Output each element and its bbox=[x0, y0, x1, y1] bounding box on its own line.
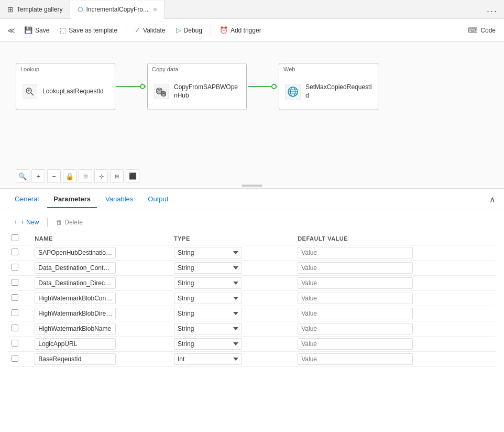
table-row: String Int Bool Array Object bbox=[8, 352, 496, 367]
tab-general[interactable]: General bbox=[8, 191, 45, 208]
row-value-4 bbox=[294, 306, 496, 321]
value-input-6[interactable] bbox=[298, 338, 413, 350]
delete-parameter-button[interactable]: 🗑 Delete bbox=[52, 217, 87, 228]
new-parameter-button[interactable]: ＋ + New bbox=[8, 215, 43, 229]
row-name-4 bbox=[31, 306, 171, 321]
lookup-icon bbox=[21, 83, 38, 100]
zoom-out-button[interactable]: − bbox=[47, 169, 61, 183]
value-input-3[interactable] bbox=[298, 293, 413, 304]
row-checkbox-1[interactable] bbox=[12, 264, 18, 271]
row-name-7 bbox=[31, 352, 171, 367]
parameters-table: NAME TYPE DEFAULT VALUE bbox=[8, 232, 496, 367]
row-value-2 bbox=[294, 276, 496, 291]
row-checkbox-4[interactable] bbox=[12, 309, 18, 316]
tab-parameters[interactable]: Parameters bbox=[47, 191, 97, 208]
panel-tab-bar: General Parameters Variables Output ∧ bbox=[0, 189, 504, 210]
expand-sidebar-button[interactable]: ≪ bbox=[4, 24, 18, 37]
collapse-panel-button[interactable]: ∧ bbox=[489, 195, 496, 204]
panel-resize-handle[interactable] bbox=[242, 185, 262, 187]
row-check-1 bbox=[8, 261, 31, 276]
type-select-2[interactable]: String Int Bool Array Object bbox=[174, 277, 242, 289]
fit-button[interactable]: ⊡ bbox=[79, 169, 92, 183]
arrow-2 bbox=[247, 83, 279, 90]
zoom-in-button[interactable]: + bbox=[31, 169, 45, 183]
name-input-6[interactable] bbox=[35, 338, 116, 350]
table-row: String Int Bool Array Object bbox=[8, 245, 496, 261]
row-checkbox-3[interactable] bbox=[12, 294, 18, 301]
trash-icon: 🗑 bbox=[56, 219, 62, 226]
type-select-3[interactable]: String Int Bool Array Object bbox=[174, 293, 242, 304]
name-input-3[interactable] bbox=[35, 293, 116, 304]
value-input-2[interactable] bbox=[298, 277, 413, 289]
row-checkbox-0[interactable] bbox=[12, 249, 18, 255]
tab-variables[interactable]: Variables bbox=[99, 191, 139, 208]
copy-data-node-type: Copy data bbox=[148, 63, 246, 73]
select-all-checkbox[interactable] bbox=[12, 234, 18, 241]
row-check-3 bbox=[8, 291, 31, 306]
lock-button[interactable]: 🔒 bbox=[63, 169, 76, 183]
table-row: String Int Bool Array Object bbox=[8, 291, 496, 306]
name-input-7[interactable] bbox=[35, 353, 116, 365]
col-name-header: NAME bbox=[31, 232, 171, 245]
row-checkbox-6[interactable] bbox=[12, 340, 18, 347]
tab-template-gallery[interactable]: ⊞ Template gallery bbox=[0, 0, 70, 18]
debug-icon: ▷ bbox=[176, 26, 181, 34]
pipeline-canvas[interactable]: Lookup LookupLastRequestId bbox=[0, 42, 504, 189]
more-canvas-button[interactable]: ⬛ bbox=[126, 169, 139, 183]
row-name-5 bbox=[31, 321, 171, 337]
table-row: String Int Bool Array Object bbox=[8, 321, 496, 337]
code-button[interactable]: ⌨ Code bbox=[464, 24, 500, 37]
row-checkbox-7[interactable] bbox=[12, 355, 18, 362]
pipeline-icon: ⬡ bbox=[78, 6, 83, 13]
save-as-template-button[interactable]: ⬚ Save as template bbox=[56, 24, 122, 37]
value-input-7[interactable] bbox=[298, 353, 413, 365]
more-tabs-button[interactable]: ... bbox=[480, 4, 504, 15]
row-checkbox-5[interactable] bbox=[12, 325, 18, 331]
row-checkbox-2[interactable] bbox=[12, 279, 18, 286]
name-input-2[interactable] bbox=[35, 277, 116, 289]
template-icon: ⬚ bbox=[60, 26, 66, 34]
value-input-1[interactable] bbox=[298, 262, 413, 274]
copy-data-node-label: CopyFromSAPBWOpenHub bbox=[174, 83, 241, 100]
canvas-controls: 🔍 + − 🔒 ⊡ ⊹ ⊞ ⬛ bbox=[16, 169, 139, 183]
layout-button[interactable]: ⊞ bbox=[110, 169, 124, 183]
copy-data-node[interactable]: Copy data CopyFromSAPBWOpenHub bbox=[147, 63, 247, 110]
select-button[interactable]: ⊹ bbox=[94, 169, 108, 183]
type-select-6[interactable]: String Int Bool Array Object bbox=[174, 338, 242, 350]
save-button[interactable]: 💾 Save bbox=[20, 24, 53, 37]
col-type-header: TYPE bbox=[171, 232, 294, 245]
lookup-node[interactable]: Lookup LookupLastRequestId bbox=[16, 63, 115, 110]
row-name-0 bbox=[31, 245, 171, 261]
name-input-1[interactable] bbox=[35, 262, 116, 274]
code-icon: ⌨ bbox=[468, 26, 478, 34]
name-input-0[interactable] bbox=[35, 247, 116, 258]
type-select-0[interactable]: String Int Bool Array Object bbox=[174, 247, 242, 258]
type-select-5[interactable]: String Int Bool Array Object bbox=[174, 323, 242, 334]
type-select-4[interactable]: String Int Bool Array Object bbox=[174, 308, 242, 319]
row-type-2: String Int Bool Array Object bbox=[171, 276, 294, 291]
debug-button[interactable]: ▷ Debug bbox=[172, 24, 206, 37]
row-value-7 bbox=[294, 352, 496, 367]
value-input-0[interactable] bbox=[298, 247, 413, 258]
tab-output[interactable]: Output bbox=[141, 191, 174, 208]
name-input-4[interactable] bbox=[35, 308, 116, 319]
type-select-1[interactable]: String Int Bool Array Object bbox=[174, 262, 242, 274]
value-input-5[interactable] bbox=[298, 323, 413, 334]
row-check-7 bbox=[8, 352, 31, 367]
add-trigger-button[interactable]: ⏰ Add trigger bbox=[215, 24, 266, 37]
toolbar: ≪ 💾 Save ⬚ Save as template ✓ Validate ▷… bbox=[0, 19, 504, 42]
name-input-5[interactable] bbox=[35, 323, 116, 334]
search-canvas-button[interactable]: 🔍 bbox=[16, 169, 29, 183]
row-name-6 bbox=[31, 337, 171, 352]
row-name-3 bbox=[31, 291, 171, 306]
row-value-5 bbox=[294, 321, 496, 337]
lookup-node-type: Lookup bbox=[16, 63, 115, 73]
row-check-0 bbox=[8, 245, 31, 261]
value-input-4[interactable] bbox=[298, 308, 413, 319]
type-select-7[interactable]: String Int Bool Array Object bbox=[174, 353, 242, 365]
tab-pipeline[interactable]: ⬡ IncrementalCopyFro... bbox=[70, 1, 165, 19]
row-name-1 bbox=[31, 261, 171, 276]
validate-button[interactable]: ✓ Validate bbox=[130, 24, 169, 37]
web-node[interactable]: Web SetMaxCopiedRequestId bbox=[279, 63, 378, 110]
row-value-6 bbox=[294, 337, 496, 352]
